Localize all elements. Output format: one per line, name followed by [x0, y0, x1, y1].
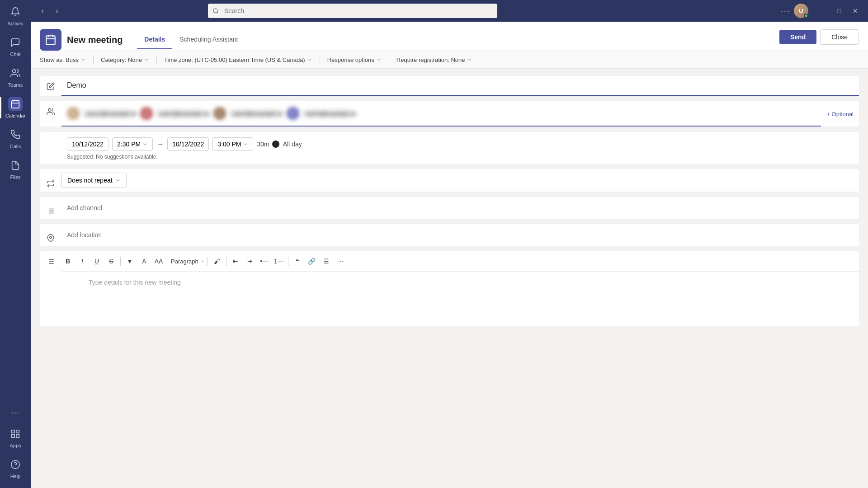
attendees-icon — [40, 101, 61, 116]
meeting-form: A user1@example.com B user2@example.com … — [31, 69, 868, 488]
attendee-chip-2: B user2@example.com — [140, 107, 210, 120]
align-left-button[interactable]: ⇤ — [229, 255, 242, 267]
top-bar: ‹ › ··· U − □ ✕ — [31, 0, 868, 22]
svg-rect-7 — [16, 435, 19, 437]
svg-point-11 — [213, 9, 217, 13]
attendees-inner[interactable]: A user1@example.com B user2@example.com … — [61, 101, 821, 127]
duration-badge: 30m — [257, 141, 279, 148]
title-row — [40, 76, 859, 96]
highlight-button[interactable]: A — [138, 255, 151, 267]
start-date-input[interactable]: 10/12/2022 — [67, 137, 108, 151]
response-chevron — [376, 57, 382, 62]
suggestions-text: Suggested: No suggestions available. — [67, 154, 854, 160]
response-options-dropdown[interactable]: Response options — [327, 56, 382, 63]
more-formatting-button[interactable]: ··· — [335, 255, 347, 267]
back-button[interactable]: ‹ — [36, 5, 49, 17]
more-options-button[interactable]: ··· — [781, 6, 790, 16]
attendee-chip-3: C user3@example.com — [213, 107, 283, 120]
title-field — [61, 76, 859, 96]
editor-icon — [40, 251, 61, 266]
editor-sep-3 — [208, 257, 208, 266]
font-options-button[interactable]: 🖌 — [211, 255, 223, 267]
editor-sep-1 — [120, 257, 121, 266]
top-bar-right: ··· U − □ ✕ — [781, 4, 863, 18]
search-wrapper — [208, 4, 497, 18]
user-avatar-wrapper[interactable]: U — [794, 4, 808, 18]
svg-rect-1 — [12, 101, 19, 108]
search-input[interactable] — [208, 4, 497, 18]
editor-row: B I U S ▼ A AA Paragraph — [40, 251, 859, 326]
paragraph-select[interactable]: Paragraph — [171, 258, 205, 265]
maximize-button[interactable]: □ — [832, 4, 846, 18]
end-time-select[interactable]: 3:00 PM — [212, 137, 253, 151]
meeting-tabs: Details Scheduling Assistant — [137, 30, 245, 49]
category-chevron — [144, 57, 149, 62]
font-size-button[interactable]: AA — [152, 255, 165, 267]
font-color-button[interactable]: ▼ — [123, 255, 136, 267]
channel-icon — [40, 201, 61, 215]
minimize-button[interactable]: − — [816, 4, 830, 18]
start-time-select[interactable]: 2:30 PM — [112, 137, 153, 151]
repeat-chevron — [115, 178, 121, 183]
svg-point-0 — [13, 70, 16, 73]
end-date-input[interactable]: 10/12/2022 — [167, 137, 209, 151]
svg-rect-5 — [12, 430, 14, 433]
sidebar-item-calendar[interactable]: Calendar — [0, 92, 31, 123]
location-row — [40, 224, 859, 246]
text-align-button[interactable]: ☰ — [320, 255, 333, 267]
underline-button[interactable]: U — [90, 255, 103, 267]
quote-button[interactable]: ❝ — [291, 255, 304, 267]
sidebar-item-more[interactable]: ··· — [0, 404, 31, 422]
toolbar-sep-3 — [320, 56, 320, 64]
registration-chevron — [467, 57, 472, 62]
attendee-chip-1: A user1@example.com — [67, 107, 137, 120]
toolbar-sep-2 — [156, 56, 157, 64]
sidebar-item-chat[interactable]: Chat — [0, 31, 31, 61]
numbered-list-button[interactable]: 1— — [273, 255, 285, 267]
tab-scheduling[interactable]: Scheduling Assistant — [172, 30, 245, 49]
attendee-name-4: user4@example.com — [302, 109, 356, 118]
attendee-avatar-3: C — [213, 107, 226, 120]
show-as-dropdown[interactable]: Show as: Busy — [40, 56, 86, 63]
tab-details[interactable]: Details — [137, 30, 172, 49]
repeat-select[interactable]: Does not repeat — [61, 173, 127, 188]
bold-button[interactable]: B — [61, 255, 74, 267]
optional-link[interactable]: + Optional — [821, 107, 859, 121]
italic-button[interactable]: I — [76, 255, 89, 267]
close-window-button[interactable]: ✕ — [848, 4, 863, 18]
meeting-toolbar: Show as: Busy Category: None Time zone: … — [31, 51, 868, 69]
title-input[interactable] — [61, 76, 859, 96]
sidebar-item-calls[interactable]: Calls — [0, 123, 31, 154]
editor-content[interactable]: Type details for this new meeting — [61, 272, 859, 326]
sidebar-item-files[interactable]: Files — [0, 154, 31, 184]
channel-input[interactable] — [61, 199, 859, 217]
svg-rect-13 — [46, 36, 55, 45]
bullet-list-button[interactable]: •— — [258, 255, 271, 267]
link-button[interactable]: 🔗 — [306, 255, 318, 267]
paragraph-chevron — [200, 259, 205, 263]
timezone-dropdown[interactable]: Time zone: (UTC-05:00) Eastern Time (US … — [164, 56, 312, 63]
sidebar-item-activity[interactable]: Activity — [0, 0, 31, 31]
category-dropdown[interactable]: Category: None — [101, 56, 149, 63]
close-button[interactable]: Close — [820, 29, 859, 45]
forward-button[interactable]: › — [51, 5, 63, 17]
editor-sep-4 — [226, 257, 226, 266]
meeting-title-section: New meeting Details Scheduling Assistant — [67, 30, 245, 49]
sidebar-item-apps[interactable]: Apps — [0, 422, 31, 453]
align-right-button[interactable]: ⇥ — [244, 255, 256, 267]
location-icon — [40, 228, 61, 242]
svg-line-12 — [217, 12, 218, 14]
require-registration-dropdown[interactable]: Require registration: None — [396, 56, 472, 63]
attendee-name-2: user2@example.com — [156, 109, 210, 118]
status-dot — [804, 14, 808, 18]
datetime-controls: 10/12/2022 2:30 PM → 10/12/2022 3:00 PM — [67, 137, 854, 151]
editor-sep-5 — [288, 257, 288, 266]
strikethrough-button[interactable]: S — [105, 255, 118, 267]
attendee-avatar-1: A — [67, 107, 80, 120]
show-as-chevron — [80, 57, 86, 62]
location-input[interactable] — [61, 226, 859, 244]
attendee-avatar-4: D — [287, 107, 299, 120]
sidebar-item-help[interactable]: Help — [0, 453, 31, 483]
send-button[interactable]: Send — [779, 30, 816, 44]
sidebar-item-teams[interactable]: Teams — [0, 61, 31, 92]
